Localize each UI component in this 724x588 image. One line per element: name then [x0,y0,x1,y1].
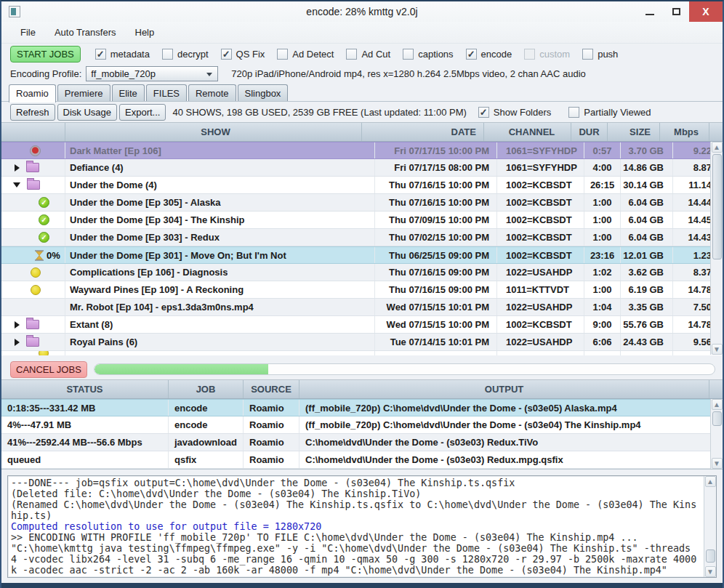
jobs-scrollbar[interactable]: ▲ ▼ [710,399,723,469]
task-checkbox-metadata[interactable]: ✓ [95,49,106,60]
job-row[interactable]: 4%---47.91 MBencodeRoamio(ff_mobile_720p… [1,416,723,434]
expand-arrow-icon[interactable] [15,339,20,346]
scroll-down-icon[interactable]: ▼ [712,344,723,355]
show-size-cell: 3.35 GB [621,299,673,315]
tab-remote[interactable]: Remote [188,84,236,102]
folder-icon [26,320,39,329]
view-partially-viewed: Partially Viewed [568,107,651,118]
encode-progress-fill [94,364,268,374]
show-duration-cell: 1:00 [584,229,621,246]
scroll-up-icon[interactable]: ▲ [705,476,716,487]
column-header-output[interactable]: OUTPUT [299,380,709,398]
menu-item-auto-transfers[interactable]: Auto Transfers [55,27,116,38]
tab-files[interactable]: FILES [146,84,187,102]
column-header-date[interactable]: DATE [362,123,484,141]
scroll-up-icon[interactable]: ▲ [712,142,723,153]
start-jobs-button[interactable]: START JOBS [10,46,81,63]
show-row[interactable]: ✓Under the Dome [Ep 304] - The KinshipTh… [1,212,723,229]
tab-roamio[interactable]: Roamio [9,84,56,102]
job-row[interactable]: 0:18:35---331.42 MBencodeRoamio(ff_mobil… [1,399,723,416]
log-text[interactable]: ---DONE--- job=qsfix output=C:\home\dvd\… [8,476,704,577]
show-row[interactable]: ✓Under the Dome [Ep 305] - AlaskaThu 07/… [1,194,723,212]
show-title-cell: Under the Dome [Ep 301] - Move On; But I… [65,247,375,263]
button-diskusage[interactable]: Disk Usage [57,104,117,121]
show-row[interactable]: Royal Pains (6)Tue 07/14/15 10:01 PM1022… [1,334,723,351]
maximize-button[interactable] [663,1,689,22]
cancel-jobs-button[interactable]: CANCEL JOBS [10,361,87,378]
disk-summary-text: 40 SHOWS, 198 GB USED, 2539 GB FREE (Las… [172,107,466,118]
expand-arrow-icon[interactable] [15,164,20,172]
job-status-cell: 0:18:35---331.42 MB [1,400,169,416]
button-refresh[interactable]: Refresh [10,104,55,121]
column-header-dur[interactable]: DUR [571,123,608,141]
show-channel-cell: 1011=KTTVDT [497,281,584,298]
show-row[interactable]: Under the Dome (4)Thu 07/16/15 10:00 PM1… [1,177,723,194]
scroll-down-icon[interactable]: ▼ [705,566,716,577]
job-row[interactable]: queuedqsfixRoamioC:\home\dvd\Under the D… [1,451,723,469]
task-checkbox-ad-detect[interactable] [277,49,288,60]
jobs-table: STATUSJOBSOURCEOUTPUT 0:18:35---331.42 M… [1,379,723,470]
shows-scrollbar[interactable]: ▲ ▼ [710,142,723,355]
tab-slingbox[interactable]: Slingbox [238,84,289,102]
scrollbar-thumb[interactable] [706,549,715,563]
show-channel-cell: 1002=KCBSDT [497,247,584,263]
collapse-arrow-icon[interactable] [13,182,20,188]
show-row[interactable]: Dark Matter [Ep 106]Fri 07/17/15 10:00 P… [1,142,723,159]
tab-elite[interactable]: Elite [112,84,145,102]
close-button[interactable]: X [689,1,723,22]
log-line: Computed resolution to use for output fi… [11,521,701,532]
show-size-cell: 6.04 GB [621,194,673,211]
task-label: Ad Detect [292,49,334,60]
task-checkbox-custom[interactable] [524,49,535,60]
show-row[interactable]: Extant (8)Wed 07/15/15 10:00 PM1002=KCBS… [1,316,723,334]
show-row[interactable]: 0%Under the Dome [Ep 301] - Move On; But… [1,246,723,264]
task-checkbox-encode[interactable]: ✓ [466,49,477,60]
log-scrollbar[interactable]: ▲ ▼ [704,476,716,577]
show-row[interactable]: Mr. Robot [Ep 104] - eps1.3da3m0ns.mp4We… [1,299,723,316]
show-row[interactable]: Defiance (4)Fri 07/17/15 08:00 PM1061=SY… [1,159,723,177]
table-row-partial[interactable] [1,351,723,355]
show-row[interactable]: Wayward Pines [Ep 109] - A ReckoningThu … [1,281,723,299]
show-channel-cell: 1022=USAHDP [497,299,584,315]
scrollbar-thumb[interactable] [712,411,722,426]
task-label: encode [481,49,512,60]
column-header-source[interactable]: SOURCE [244,380,299,398]
task-checkbox-push[interactable] [582,49,593,60]
shows-table-header: SHOWDATECHANNELDURSIZEMbps [1,123,723,142]
show-title-cell: Extant (8) [65,316,375,333]
column-header-size[interactable]: SIZE [608,123,660,141]
encoding-profile-select[interactable]: ff_mobile_720p [86,66,218,81]
view-checkbox-show-folders[interactable]: ✓ [478,107,489,118]
task-checkbox-ad-cut[interactable] [346,49,357,60]
column-header-mbps[interactable]: Mbps [660,123,709,141]
job-source-cell: Roamio [244,400,299,416]
task-checkbox-captions[interactable] [403,49,414,60]
show-date-cell: Thu 07/09/15 10:00 PM [375,212,497,228]
show-row[interactable]: Complications [Ep 106] - DiagnosisThu 07… [1,264,723,281]
scrollbar-thumb[interactable] [712,154,722,259]
tab-premiere[interactable]: Premiere [57,84,110,102]
transfer-progress-label: 0% [47,250,60,261]
scroll-down-icon[interactable]: ▼ [712,458,723,469]
column-header-job[interactable]: JOB [169,380,244,398]
menu-item-file[interactable]: File [20,27,36,38]
show-row[interactable]: ✓Under the Dome [Ep 303] - ReduxThu 07/0… [1,229,723,246]
minimize-icon [645,14,654,15]
task-checkbox-qs-fix[interactable]: ✓ [221,49,232,60]
button-export[interactable]: Export... [119,104,166,121]
menu-item-help[interactable]: Help [135,27,155,38]
show-title: Under the Dome [Ep 305] - Alaska [70,197,221,208]
column-header-status[interactable]: STATUS [1,380,169,398]
job-output-cell: C:\home\dvd\Under the Dome - (s03e03) Re… [299,451,723,468]
view-checkbox-partially-viewed[interactable] [568,107,579,118]
column-header-channel[interactable]: CHANNEL [484,123,571,141]
column-header-show[interactable]: SHOW [65,123,362,141]
title-bar: encode: 28% kmttg v2.0j X [1,1,723,22]
jobs-bar: CANCEL JOBS [1,359,723,379]
minimize-button[interactable] [637,1,663,22]
scroll-up-icon[interactable]: ▲ [712,399,723,410]
expand-arrow-icon[interactable] [15,321,20,329]
job-row[interactable]: 41%---2592.44 MB---56.6 Mbpsjavadownload… [1,434,723,451]
show-date-cell: Thu 07/16/15 10:00 PM [375,177,497,193]
task-checkbox-decrypt[interactable] [162,49,173,60]
